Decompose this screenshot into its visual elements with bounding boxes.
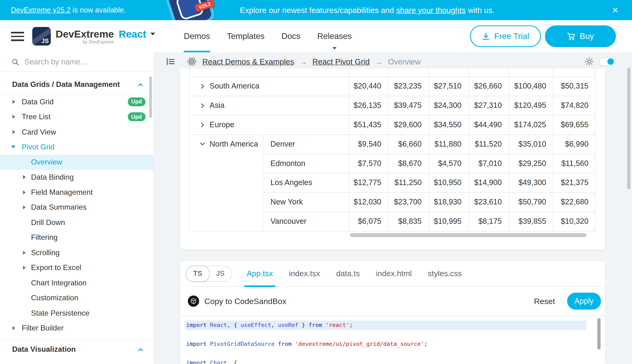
pivot-city-cell: Los Angeles	[263, 173, 349, 192]
expander-right-icon[interactable]	[23, 190, 26, 194]
code-editor[interactable]: import React, { useEffect, useRef } from…	[180, 316, 605, 364]
chevron-down-icon[interactable]	[199, 141, 206, 147]
expander-right-icon[interactable]	[23, 251, 26, 255]
code-token: Chart	[210, 360, 227, 364]
search-input[interactable]	[25, 57, 146, 66]
sidebar-item-chart-integration[interactable]: Chart Integration	[0, 275, 153, 290]
pivot-region-cell[interactable]: North America	[189, 134, 263, 231]
pivot-region-cell[interactable]: Asia	[189, 96, 349, 115]
sidebar-item-state-persistence[interactable]: State Persistence	[0, 306, 153, 320]
chevron-right-icon[interactable]	[199, 83, 206, 89]
share-your-thoughts-link[interactable]: share your thoughts	[396, 6, 466, 15]
expander-right-icon[interactable]	[13, 100, 15, 104]
nav-item-releases[interactable]: Releases	[317, 20, 352, 52]
code-token: 'devextreme/ui/pivot_grid/data_source'	[295, 341, 424, 347]
banner-version-link[interactable]: DevExtreme v25.2	[11, 6, 70, 14]
tab-app-tsx[interactable]: App.tsx	[239, 260, 281, 286]
pivot-region-cell[interactable]: South America	[189, 76, 349, 96]
sidebar-item-data-summaries[interactable]: Data Summaries	[0, 200, 153, 215]
expander-right-icon[interactable]	[23, 266, 26, 270]
copy-to-codesandbox-button[interactable]: Copy to CodeSandBox	[204, 296, 286, 306]
sidebar-item-label: Export to Excel	[31, 264, 81, 272]
demo-options-toggle-icon[interactable]	[166, 58, 175, 66]
sidebar-item-filtering[interactable]: Filtering	[0, 230, 153, 245]
sidebar-item-export-to-excel[interactable]: Export to Excel	[0, 260, 153, 276]
code-token: ;	[349, 322, 353, 328]
region-expander[interactable]: Europe	[190, 120, 349, 129]
pivot-value-cell: $39,475	[388, 96, 429, 115]
nav-item-demos[interactable]: Demos	[184, 20, 210, 52]
region-expander[interactable]: South America	[190, 82, 349, 91]
sidebar-item-label: Pivot Grid	[22, 142, 55, 152]
code-tabs-row: TSJS App.tsxindex.tsxdata.tsindex.htmlst…	[180, 261, 605, 286]
language-toggle: TSJS	[186, 266, 232, 282]
tab-index-tsx[interactable]: index.tsx	[281, 260, 328, 286]
chevron-right-icon[interactable]	[199, 122, 206, 128]
apply-button[interactable]: Apply	[567, 293, 601, 310]
pivot-value-cell: $22,680	[553, 192, 596, 212]
expander-right-icon[interactable]	[13, 130, 15, 134]
sidebar-item-overview[interactable]: Overview	[0, 154, 153, 170]
pivot-value-cell: $7,010	[469, 154, 509, 173]
breadcrumb: React Demos & Examples→React Pivot Grid→…	[187, 52, 421, 71]
sidebar-item-field-management[interactable]: Field Management	[0, 185, 153, 200]
chevron-down-icon	[150, 32, 155, 36]
sidebar-section-data-grids-data-management[interactable]: Data Grids / Data Management	[0, 75, 153, 94]
page-scrollbar[interactable]	[627, 68, 630, 189]
reset-button[interactable]: Reset	[534, 296, 555, 306]
banner-close-icon[interactable]: ×	[612, 0, 618, 20]
sidebar-section-label: Data Visualization	[12, 345, 76, 354]
sidebar-item-label: Field Management	[31, 188, 93, 197]
pivot-value-cell: $120,495	[509, 96, 553, 115]
pivot-value-cell: $50,790	[509, 192, 553, 212]
tab-data-ts[interactable]: data.ts	[328, 260, 368, 286]
nav-item-docs[interactable]: Docs	[282, 20, 300, 52]
sidebar-item-scrolling[interactable]: Scrolling	[0, 245, 153, 260]
expander-right-icon[interactable]	[23, 205, 26, 210]
sidebar-item-tree-list[interactable]: Tree ListUpd	[0, 109, 153, 124]
lang-option-ts[interactable]: TS	[186, 266, 209, 282]
breadcrumb-link-react-pivot-grid[interactable]: React Pivot Grid	[312, 57, 370, 66]
pivot-value-cell: $23,610	[469, 192, 509, 212]
sidebar-item-card-view[interactable]: Card View	[0, 124, 153, 140]
theme-toggle[interactable]	[599, 57, 615, 66]
expander-right-icon[interactable]	[23, 175, 26, 179]
sidebar-item-filter-builder[interactable]: Filter Builder	[0, 320, 153, 336]
sidebar-item-data-grid[interactable]: Data GridUpd	[0, 94, 153, 109]
buy-button[interactable]: Buy	[545, 25, 616, 47]
region-expander[interactable]: Asia	[190, 101, 349, 110]
lang-option-js[interactable]: JS	[209, 266, 232, 281]
breadcrumb-link-react-demos-examples[interactable]: React Demos & Examples	[202, 57, 294, 66]
pivot-region-cell[interactable]: Europe	[189, 115, 349, 134]
tab-styles-css[interactable]: styles.css	[420, 260, 470, 286]
updated-badge: Upd	[128, 97, 145, 106]
nav-item-templates[interactable]: Templates	[227, 20, 265, 52]
expander-down-icon[interactable]	[11, 146, 15, 148]
pivot-grid-card: South America$20,440$23,235$27,510$26,66…	[180, 68, 605, 250]
framework-selector[interactable]: React	[119, 28, 146, 39]
code-token	[206, 341, 210, 347]
region-expander[interactable]: North America	[190, 140, 263, 148]
pivot-value-cell: $10,950	[429, 173, 469, 192]
sidebar-item-customization[interactable]: Customization	[0, 290, 153, 306]
sidebar-scrollbar[interactable]	[149, 76, 152, 118]
sidebar-item-drill-down[interactable]: Drill Down	[0, 215, 153, 230]
hamburger-menu-icon[interactable]	[11, 32, 24, 41]
free-trial-button[interactable]: Free Trial	[470, 25, 541, 47]
chevron-right-icon[interactable]	[199, 102, 206, 108]
sidebar-item-pivot-grid[interactable]: Pivot Grid	[0, 140, 153, 154]
pivot-city-cell: Vancouver	[263, 212, 349, 231]
expander-right-icon[interactable]	[13, 115, 15, 119]
pivot-value-cell: $4,570	[429, 154, 469, 173]
pivot-horizontal-scrollbar[interactable]	[350, 233, 586, 237]
code-token: , {	[227, 360, 237, 364]
code-editor-scrollbar[interactable]	[597, 318, 600, 349]
sidebar-item-data-binding[interactable]: Data Binding	[0, 170, 153, 185]
pivot-value-cell: $8,835	[388, 212, 429, 231]
pivot-header-cell	[429, 68, 469, 76]
banner-announcement-suffix: is now available.	[71, 6, 126, 14]
expander-right-icon[interactable]	[13, 326, 15, 330]
tab-index-html[interactable]: index.html	[368, 260, 420, 286]
sidebar-section-data-visualization[interactable]: Data Visualization	[0, 340, 153, 358]
devextreme-js-logo[interactable]: JS	[32, 27, 51, 45]
